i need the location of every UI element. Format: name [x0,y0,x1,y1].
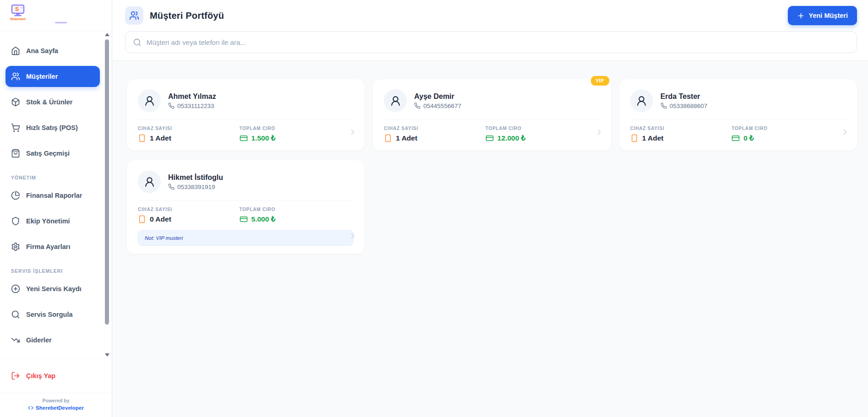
total-ciro-label: TOPLAM CIRO [486,126,587,131]
customer-card-header: Ahmet Yılmaz 05331112233 [138,89,354,112]
logout-section: Çıkış Yap [0,358,112,393]
sidebar-item-satis-gecmisi[interactable]: Satış Geçmişi [5,143,100,164]
chevron-right-icon [841,128,850,139]
customer-phone: 05445556677 [414,103,461,109]
customer-stats: CIHAZ SAYISI 1 Adet TOPLAM CIRO 1.500 ₺ [138,126,354,142]
plus-circle-icon [11,284,20,293]
customer-card[interactable]: Hikmet İstifoglu 05338391919 CIHAZ SAYIS… [127,160,365,254]
sidebar-item-label: Stok & Ürünler [26,98,73,106]
sidebar-item-finansal-raporlar[interactable]: Finansal Raporlar [5,185,100,206]
customer-stats: CIHAZ SAYISI 0 Adet TOPLAM CIRO 5.000 ₺ [138,207,354,223]
customer-name: Erda Tester [661,92,708,101]
sidebar-scrollbar[interactable] [104,32,110,357]
sidebar-item-label: Ana Sayfa [26,47,58,54]
sidebar-item-servis-sorgula[interactable]: Servis Sorgula [5,304,100,325]
customer-phone: 05338391919 [168,184,223,190]
sidebar-item-yeni-servis-kaydi[interactable]: Yeni Servis Kaydı [5,278,100,299]
home-icon [11,46,20,55]
customer-phone: 05338688607 [661,103,708,109]
logout-button[interactable]: Çıkış Yap [5,365,106,386]
shopping-bag-icon [11,149,20,158]
content-area: Ahmet Yılmaz 05331112233 CIHAZ SAYISI [112,61,868,417]
device-count-value: 1 Adet [396,134,417,142]
device-count-label: CIHAZ SAYISI [138,207,240,212]
divider [384,119,600,120]
brand-tagline [55,22,67,23]
scroll-up-arrow-icon[interactable] [105,33,109,36]
customer-name: Hikmet İstifoglu [168,173,223,182]
sidebar-section-yonetim: YÖNETIM [5,168,100,185]
smartphone-icon [138,134,146,142]
avatar [138,89,161,112]
customer-card[interactable]: VIP Ayşe Demir 05445556677 [373,79,611,151]
sidebar-item-hizli-satis[interactable]: Hızlı Satış (POS) [5,117,100,138]
sidebar-item-label: Yeni Servis Kaydı [26,285,82,292]
avatar [138,170,161,193]
logout-label: Çıkış Yap [26,372,55,379]
title-row: Müşteri Portföyü Yeni Müşteri [125,5,857,26]
sidebar-item-label: Hızlı Satış (POS) [26,124,78,131]
sidebar-item-stok-urunler[interactable]: Stok & Ürünler [5,92,100,113]
customer-phone-number: 05338688607 [670,103,708,109]
users-icon [11,72,20,81]
phone-icon [414,103,420,109]
powered-by-label: Powered by [0,398,112,403]
user-icon [144,95,155,107]
customer-phone: 05331112233 [168,103,216,109]
vip-badge: VIP [591,76,609,86]
device-count-label: CIHAZ SAYISI [138,126,240,131]
new-customer-button[interactable]: Yeni Müşteri [788,6,857,25]
topbar: Müşteri Portföyü Yeni Müşteri [112,0,868,61]
device-count-value: 0 Adet [150,215,171,223]
developer-link[interactable]: SherebetDeveloper [0,405,112,411]
app-root: S + Sharebet Ana Sayfa Müşteriler Stok &… [0,0,868,417]
sidebar-item-label: Müşteriler [26,73,58,80]
sidebar-item-musteriler[interactable]: Müşteriler [5,66,100,87]
credit-card-icon [240,215,248,223]
svg-text:+: + [21,6,22,9]
avatar [630,89,653,112]
page-title: Müşteri Portföyü [150,11,224,21]
scroll-down-arrow-icon[interactable] [105,353,109,357]
search-box[interactable] [125,31,857,53]
sidebar-item-label: Servis Sorgula [26,311,73,318]
sidebar-item-firma-ayarlari[interactable]: Firma Ayarları [5,236,100,257]
device-count-value: 1 Adet [150,134,171,142]
brand-logo[interactable]: S + Sharebet [0,0,112,31]
sidebar: S + Sharebet Ana Sayfa Müşteriler Stok &… [0,0,112,417]
sidebar-item-giderler[interactable]: Giderler [5,330,100,351]
svg-text:S: S [15,6,19,12]
credit-card-icon [486,134,494,142]
total-ciro-value: 5.000 ₺ [251,215,276,223]
smartphone-icon [384,134,392,142]
chevron-right-icon [348,128,357,139]
customer-cards-grid: Ahmet Yılmaz 05331112233 CIHAZ SAYISI [127,79,857,254]
sidebar-item-label: Finansal Raporlar [26,192,82,199]
customer-phone-number: 05338391919 [177,184,215,190]
total-ciro-value: 0 ₺ [743,134,754,142]
customer-name: Ahmet Yılmaz [168,92,216,101]
customer-phone-number: 05331112233 [177,103,214,109]
customer-card[interactable]: Erda Tester 05338688607 CIHAZ SAYISI [619,79,857,151]
customer-stats: CIHAZ SAYISI 1 Adet TOPLAM CIRO 0 ₺ [630,126,846,142]
search-input[interactable] [147,38,849,46]
search-icon [11,310,20,319]
scrollbar-thumb[interactable] [105,39,109,325]
chevron-right-icon [348,231,357,242]
device-count-label: CIHAZ SAYISI [384,126,486,131]
total-ciro-value: 1.500 ₺ [251,134,276,142]
package-icon [11,97,20,107]
divider [630,119,846,120]
sidebar-section-servis: SERVIS İŞLEMLERI [5,262,100,278]
gear-icon [11,242,20,251]
logout-icon [11,371,20,380]
sidebar-item-ana-sayfa[interactable]: Ana Sayfa [5,40,100,61]
sidebar-item-ekip-yonetimi[interactable]: Ekip Yönetimi [5,211,100,232]
users-icon [129,11,139,21]
customer-card[interactable]: Ahmet Yılmaz 05331112233 CIHAZ SAYISI [127,79,365,151]
customer-card-header: Erda Tester 05338688607 [630,89,846,112]
customer-name: Ayşe Demir [414,92,461,101]
sidebar-nav: Ana Sayfa Müşteriler Stok & Ürünler Hızl… [0,31,112,358]
device-count-value: 1 Adet [642,134,664,142]
code-icon [28,405,33,411]
